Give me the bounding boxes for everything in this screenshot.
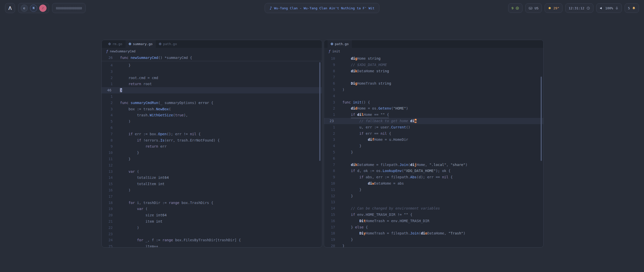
code-line[interactable]: 4 — [324, 93, 543, 99]
code-line[interactable]: 4 } — [324, 143, 543, 149]
code-line[interactable]: 5 } — [324, 149, 543, 155]
code-text: if err := box.Open(); err != nil { — [120, 131, 200, 137]
code-line[interactable]: 18 DiyHomeTrash = filepath.Join(dioDataH… — [324, 230, 543, 236]
music-player[interactable]: ♪ Wu-Tang Clan - Wu-Tang Clan Ain't Nuth… — [265, 3, 379, 13]
workspace-music[interactable]: ♪ — [39, 5, 47, 12]
code-line[interactable]: 23 // fallback to get home dia — [324, 118, 543, 124]
workspace-nvim[interactable]: N — [30, 5, 37, 12]
sun-icon — [548, 6, 551, 10]
line-number: 4 — [102, 112, 113, 118]
code-line[interactable]: 7 dihDataHome = filepath.Join(dijHome, "… — [324, 162, 543, 168]
code-text: func init() { — [342, 99, 370, 106]
code-line[interactable]: 20 size int64 — [102, 212, 322, 218]
scrollbar-right[interactable] — [541, 77, 542, 161]
code-line[interactable]: 20} — [324, 243, 543, 248]
code-line[interactable]: 1 if dilHome == "" { — [324, 112, 543, 118]
code-area-left[interactable]: 4 }32 root.cmd = cmd1 return root46}12fu… — [102, 61, 322, 248]
code-text: } — [342, 236, 353, 243]
scrollbar-left[interactable] — [319, 62, 320, 161]
code-line[interactable]: 6 — [324, 155, 543, 162]
code-line[interactable]: 12 } — [324, 193, 543, 199]
code-line[interactable]: 22 ) — [102, 225, 322, 231]
code-line[interactable]: 12 — [102, 162, 322, 168]
code-line[interactable]: 13 var ( — [102, 168, 322, 175]
code-line[interactable]: 14 totalSize int64 — [102, 175, 322, 181]
code-line[interactable]: 15 totalItem int — [102, 181, 322, 187]
launcher-button[interactable]: Λ — [5, 3, 15, 13]
code-line[interactable]: 24 for _, f := range box.FilesByTrashDir… — [102, 237, 322, 243]
code-line[interactable]: 8 if !errors.Is(err, trash.ErrNotFound) … — [102, 137, 322, 144]
code-line[interactable]: 25 item++ — [102, 243, 322, 248]
code-line[interactable]: 6 — [102, 125, 322, 131]
code-line[interactable]: 9 return err — [102, 143, 322, 150]
code-line[interactable]: 4 trash.WithGetSize(true), — [102, 112, 322, 118]
code-line[interactable]: 1 return root — [102, 81, 322, 87]
code-line[interactable]: 14 // Can be changed by environment vari… — [324, 205, 543, 212]
window-title-pill[interactable] — [52, 3, 86, 13]
code-line[interactable]: 46} — [102, 87, 322, 93]
code-line[interactable]: 7 — [324, 74, 543, 80]
code-line[interactable]: 17 } else { — [324, 224, 543, 230]
keyboard-layout-module[interactable]: US — [525, 3, 542, 13]
code-line[interactable]: 6 DigHomeTrash string — [324, 80, 543, 87]
code-line[interactable]: 9 // $XDG_DATA_HOME — [324, 62, 543, 68]
code-line[interactable]: 3 — [102, 69, 322, 75]
code-line[interactable]: 4 } — [102, 62, 322, 69]
line-number: 17 — [324, 224, 335, 230]
code-line[interactable]: 2 if err == nil { — [324, 130, 543, 137]
code-line[interactable]: 11 } — [324, 187, 543, 193]
code-line[interactable]: 5 ) — [102, 118, 322, 125]
editor-tab-summary.go[interactable]: summary.go — [126, 40, 156, 48]
code-line[interactable]: 19 var ( — [102, 206, 322, 212]
code-line[interactable]: 10 } — [102, 150, 322, 156]
editor-pane-right[interactable]: path.go ƒ init 10 digHome string9 // $XD… — [324, 40, 544, 248]
line-number: 19 — [102, 206, 113, 212]
code-line[interactable]: 23 — [102, 231, 322, 237]
clock-module[interactable]: 12:31:12 — [565, 3, 593, 13]
code-text: ) — [120, 225, 139, 231]
code-line[interactable]: 7 if err := box.Open(); err != nil { — [102, 131, 322, 137]
breadcrumb-left: ƒ newSummaryCmd — [102, 48, 322, 54]
code-line[interactable]: 8 dikDataHome string — [324, 68, 543, 74]
editor-tab-path.go[interactable]: path.go — [328, 40, 352, 48]
editor-tab-path.go[interactable]: path.go — [156, 40, 180, 48]
code-line[interactable]: 21 item int — [102, 218, 322, 225]
code-line[interactable]: 15 if env.HOME_TRASH_DIR != "" { — [324, 212, 543, 218]
code-line[interactable]: 3 box := trash.NewBox( — [102, 106, 322, 112]
code-line[interactable]: 2 root.cmd = cmd — [102, 75, 322, 81]
code-line[interactable]: 26func newSummaryCmd() *summaryCmd { — [102, 54, 322, 61]
go-file-icon — [330, 42, 334, 46]
code-line[interactable]: 2 didHome = os.Getenv("HOME") — [324, 105, 543, 112]
code-line[interactable]: 8 if d, ok := os.LookupEnv("XDG_DATA_HOM… — [324, 168, 543, 174]
code-line[interactable]: 1 — [102, 93, 322, 100]
editor-pane-left[interactable]: rm.gosummary.gopath.go ƒ newSummaryCmd 2… — [101, 40, 322, 248]
volume-module[interactable]: 100% — [596, 3, 622, 13]
code-line[interactable]: 2func summaryCmdRun(_ summaryOptions) er… — [102, 100, 322, 106]
workspace-app[interactable]: ◐ — [21, 5, 28, 12]
code-area-right[interactable]: 10 digHome string9 // $XDG_DATA_HOME8 di… — [324, 54, 543, 248]
code-line[interactable]: 3 difHome = u.HomeDir — [324, 137, 543, 143]
notifications-module[interactable]: 5 — [625, 3, 639, 13]
code-line[interactable]: 16 DitHomeTrash = env.HOME_TRASH_DIR — [324, 218, 543, 224]
code-line[interactable]: 13 — [324, 199, 543, 205]
code-line[interactable]: 11 } — [102, 156, 322, 162]
code-line[interactable]: 16 ) — [102, 187, 322, 193]
code-text: totalItem int — [120, 181, 165, 187]
code-text: root.cmd = cmd — [120, 75, 158, 81]
code-line[interactable]: 5) — [324, 87, 543, 93]
updates-module[interactable]: 9 — [508, 3, 522, 13]
tab-label: path.go — [335, 42, 349, 46]
code-line[interactable]: 19 } — [324, 236, 543, 243]
code-line[interactable]: 18 for i, trashDir := range box.TrashDir… — [102, 200, 322, 206]
code-line[interactable]: 10 digHome string — [324, 55, 543, 62]
code-line[interactable]: 3func init() { — [324, 99, 543, 106]
topbar-center: ♪ Wu-Tang Clan - Wu-Tang Clan Ain't Nuth… — [265, 3, 379, 13]
weather-module[interactable]: 29° — [545, 3, 562, 13]
code-line[interactable]: 9 if abs, err := filepath.Abs(d); err ==… — [324, 174, 543, 180]
updates-count: 9 — [511, 6, 513, 10]
line-number: 9 — [324, 174, 335, 180]
editor-tab-rm.go[interactable]: rm.go — [105, 40, 126, 48]
code-line[interactable]: 17 — [102, 193, 322, 200]
code-line[interactable]: 10 diwDataHome = abs — [324, 180, 543, 187]
code-line[interactable]: 1 u, err := user.Current() — [324, 124, 543, 130]
